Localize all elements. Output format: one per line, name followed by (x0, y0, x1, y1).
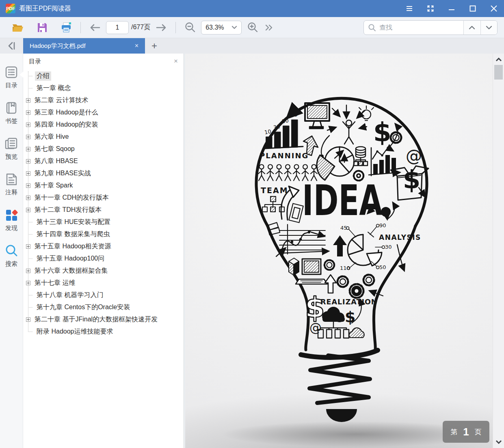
toc-item[interactable]: 第十七章 运维 (23, 277, 184, 289)
toc-close-icon[interactable]: × (174, 57, 178, 65)
toc-item[interactable]: 第二章 云计算技术 (23, 94, 184, 106)
tree-connector (28, 88, 32, 88)
print-icon[interactable] (60, 22, 72, 33)
expand-icon[interactable] (26, 269, 30, 273)
bulb-cap (326, 409, 357, 422)
expand-icon[interactable] (26, 159, 30, 164)
toc-item[interactable]: 第十八章 机器学习入门 (23, 289, 184, 301)
toc-item[interactable]: 第十五章 Hadoop相关资源 (23, 240, 184, 252)
dollar-outline: $ (305, 291, 325, 324)
toc-item[interactable]: 第九章 HBASE实战 (23, 167, 184, 179)
vertical-scrollbar[interactable] (493, 54, 504, 448)
prev-page-icon[interactable] (89, 23, 101, 32)
expand-icon[interactable] (26, 183, 30, 188)
at-sign-right: @ (406, 146, 422, 165)
expand-icon[interactable] (26, 244, 30, 249)
toc-item[interactable]: 第十六章 大数据框架合集 (23, 265, 184, 277)
tree-connector (28, 222, 32, 222)
sidebar-item-preview[interactable]: 预览 (0, 136, 23, 161)
maximize-button[interactable] (468, 4, 477, 13)
toc-item[interactable]: 介绍 (23, 70, 184, 82)
tab-document[interactable]: Hadoop学习文档.pdf × (23, 38, 145, 54)
find-previous-button[interactable] (463, 21, 480, 34)
toc-item[interactable]: 第八章 HBASE (23, 155, 184, 167)
fullscreen-icon[interactable] (426, 4, 435, 13)
doodle-database (354, 147, 368, 166)
toc-item[interactable]: 附录 Hadoop运维技能要求 (23, 325, 184, 338)
svg-text:90: 90 (379, 222, 386, 228)
expand-icon[interactable] (26, 135, 30, 139)
expand-icon[interactable] (26, 208, 30, 212)
annotation-icon (3, 171, 19, 187)
page-total-label: /677页 (131, 23, 150, 32)
toc-item[interactable]: 第十四章 数据采集与爬虫 (23, 228, 184, 240)
menu-icon[interactable] (405, 4, 414, 13)
expand-icon[interactable] (26, 317, 30, 322)
tab-close-icon[interactable]: × (133, 42, 140, 50)
sidebar-item-annotations[interactable]: 注释 (0, 171, 23, 196)
more-tools-icon[interactable] (264, 24, 273, 31)
word-idea: IDEA (302, 176, 383, 225)
minimize-button[interactable] (447, 4, 456, 13)
preview-icon (3, 136, 19, 152)
toc-item[interactable]: 第一章 概念 (23, 82, 184, 94)
toc-item[interactable]: 第十章 Spark (23, 179, 184, 192)
doodle-cheering-man (343, 120, 355, 144)
expand-icon[interactable] (26, 110, 30, 115)
expand-icon[interactable] (26, 281, 30, 285)
expand-icon[interactable] (26, 98, 30, 103)
save-icon[interactable] (37, 22, 48, 33)
toc-item[interactable]: 第三章 Hadoop是什么 (23, 106, 184, 118)
collapse-sidebar-icon[interactable] (0, 38, 23, 54)
sidebar-item-bookmarks[interactable]: 书签 (0, 100, 23, 125)
new-tab-button[interactable]: + (146, 38, 162, 54)
toc-item[interactable]: 第十一章 CDH的发行版本 (23, 192, 184, 204)
scrollbar-thumb[interactable] (494, 65, 503, 80)
zoom-in-icon[interactable] (247, 22, 259, 34)
zoom-level-value: 63.3% (205, 24, 224, 31)
doodle-banknote (289, 203, 303, 222)
document-viewport[interactable]: 10 30 50 75 PLANNING (185, 54, 493, 448)
sidebar-item-discover[interactable]: 发现 (0, 207, 23, 232)
svg-text:50: 50 (281, 117, 289, 125)
expand-icon[interactable] (26, 123, 30, 127)
open-file-icon[interactable] (11, 22, 24, 33)
doodle-black-arrow-up (333, 235, 347, 256)
doodle-cube (289, 258, 299, 275)
tree-connector (28, 307, 32, 308)
find-next-button[interactable] (480, 21, 498, 34)
scroll-down-icon[interactable] (493, 437, 504, 446)
doodle-analysis-pie (348, 232, 382, 266)
zoom-out-icon[interactable] (184, 22, 196, 34)
toc-item[interactable]: 第十五章 Hadoop100问 (23, 252, 184, 265)
toc-item[interactable]: 第二十章 基于JFinal的大数据框架快速开发 (23, 313, 184, 325)
page-number-input[interactable] (106, 22, 128, 34)
expand-icon[interactable] (26, 196, 30, 200)
word-realization: REALIZATION (320, 298, 377, 306)
svg-text:110: 110 (340, 265, 350, 271)
toc-list: 介绍 第一章 概念 第二章 云计算技术 第三章 Hadoop是什么 第四章 Ha… (23, 69, 184, 338)
toc-item[interactable]: 第四章 Hadoop的安装 (23, 118, 184, 131)
scroll-up-icon[interactable] (493, 55, 504, 64)
expand-icon[interactable] (26, 147, 30, 151)
next-page-icon[interactable] (155, 23, 167, 32)
close-button[interactable] (489, 4, 498, 13)
sidebar-item-search[interactable]: 搜索 (0, 243, 23, 268)
toc-item[interactable]: 第七章 Sqoop (23, 143, 184, 155)
doodle-cloud-org (322, 307, 345, 322)
expand-icon[interactable] (26, 171, 30, 176)
doodle-laptop (296, 259, 327, 284)
toc-item[interactable]: 第十九章 Centos下的Oracle安装 (23, 301, 184, 313)
at-sign-left: @ (309, 321, 322, 335)
left-sidebar: 目录 书签 预览 (0, 54, 23, 448)
page-number-box (106, 21, 129, 34)
main-body: 目录 书签 预览 (0, 54, 504, 448)
svg-text:30: 30 (385, 244, 392, 250)
search-panel-icon (3, 243, 19, 259)
find-input[interactable] (376, 24, 463, 31)
zoom-level-dropdown[interactable]: 63.3% (201, 21, 242, 34)
chevron-down-icon (231, 26, 237, 29)
toc-item[interactable]: 第十二章 TDH发行版本 (23, 204, 184, 216)
toc-item[interactable]: 第六章 Hive (23, 131, 184, 143)
toc-item[interactable]: 第十三章 HUE安装与配置 (23, 216, 184, 228)
